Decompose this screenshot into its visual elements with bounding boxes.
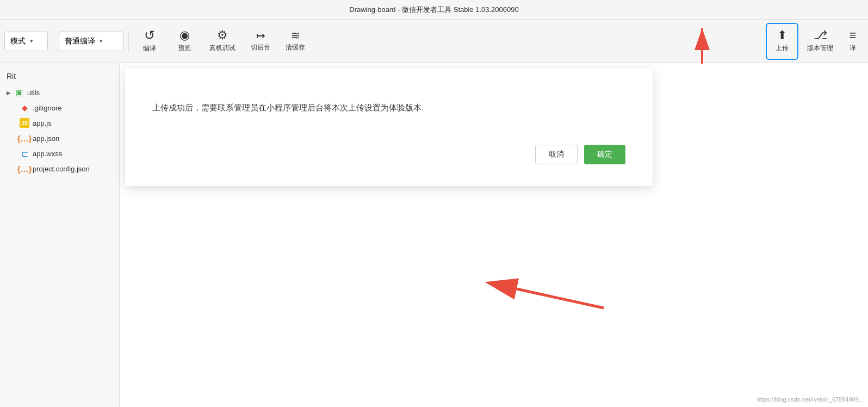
- upload-button[interactable]: ⬆ 上传: [766, 23, 798, 60]
- toolbar-divider-1: [128, 30, 129, 52]
- toolbar: 模式 ▾ 普通编译 ▾ ↺ 编译 ◉ 预览 ⚙ 真机调试 ↦ 切后台 ≋ 清缓存…: [0, 20, 868, 63]
- compile-button[interactable]: ↺ 编译: [133, 23, 166, 60]
- version-label: 版本管理: [807, 44, 833, 53]
- sidebar-top-label: Rit: [0, 67, 119, 85]
- backend-label: 切后台: [251, 43, 270, 52]
- upload-modal: 上传成功后，需要联系管理员在小程序管理后台将本次上传设置为体验版本. 取消 确定: [125, 69, 653, 186]
- detail-button[interactable]: ≡ 详: [842, 23, 864, 60]
- expand-arrow: ▶: [7, 90, 11, 96]
- arrow-to-confirm: [228, 259, 609, 326]
- version-button[interactable]: ⎇ 版本管理: [801, 23, 840, 60]
- appjson-label: app.json: [33, 134, 59, 143]
- clear-cache-button[interactable]: ≋ 清缓存: [279, 23, 312, 60]
- confirm-button[interactable]: 确定: [584, 145, 625, 164]
- detail-icon: ≡: [850, 29, 857, 41]
- sidebar-item-appjs[interactable]: JS app.js: [0, 115, 119, 131]
- appwxss-label: app.wxss: [33, 150, 62, 158]
- preview-label-text: 预览: [178, 44, 191, 53]
- clear-cache-label: 清缓存: [286, 43, 305, 52]
- compile-arrow: ▾: [100, 38, 103, 45]
- real-debug-label: 真机调试: [209, 44, 235, 53]
- sidebar-item-appwxss[interactable]: ⊏ app.wxss: [0, 146, 119, 161]
- upload-label: 上传: [776, 44, 789, 53]
- backend-button[interactable]: ↦ 切后台: [244, 23, 277, 60]
- content-area: 上传成功后，需要联系管理员在小程序管理后台将本次上传设置为体验版本. 取消 确定…: [120, 63, 868, 407]
- svg-line-3: [517, 289, 604, 308]
- watermark: https://blog.csdn.net/weixin_67894989...: [757, 396, 864, 403]
- detail-label: 详: [850, 44, 856, 53]
- version-icon: ⎇: [814, 29, 827, 41]
- title-text: Drawing-board - 微信开发者工具 Stable 1.03.2006…: [349, 5, 518, 15]
- appjs-label: app.js: [33, 119, 52, 127]
- sidebar-item-appjson[interactable]: {…} app.json: [0, 131, 119, 146]
- json-icon: {…}: [20, 133, 29, 143]
- clear-cache-icon: ≋: [291, 30, 300, 41]
- compile-selector[interactable]: 普通编译 ▾: [59, 32, 124, 51]
- real-debug-button[interactable]: ⚙ 真机调试: [203, 23, 242, 60]
- gitignore-label: .gitignore: [33, 104, 61, 112]
- mode-selector[interactable]: 模式 ▾: [4, 32, 48, 51]
- modal-body: 上传成功后，需要联系管理员在小程序管理后台将本次上传设置为体验版本.: [125, 69, 653, 136]
- modal-message: 上传成功后，需要联系管理员在小程序管理后台将本次上传设置为体验版本.: [152, 101, 625, 114]
- upload-icon: ⬆: [777, 29, 787, 41]
- sidebar-item-utils[interactable]: ▶ ▣ utils: [0, 85, 119, 100]
- compile-label: 普通编译: [65, 36, 95, 46]
- main-area: Rit ▶ ▣ utils ◆ .gitignore JS app.js {…}…: [0, 63, 868, 407]
- cancel-button[interactable]: 取消: [535, 145, 578, 164]
- js-icon: JS: [20, 118, 29, 128]
- sidebar: Rit ▶ ▣ utils ◆ .gitignore JS app.js {…}…: [0, 63, 120, 407]
- folder-icon: ▣: [14, 88, 24, 97]
- utils-label: utils: [27, 89, 40, 97]
- real-debug-icon: ⚙: [217, 29, 228, 41]
- preview-icon: ◉: [179, 29, 190, 41]
- projectconfig-label: project.config.json: [33, 165, 90, 173]
- projectjson-icon: {…}: [20, 164, 29, 174]
- sidebar-item-gitignore[interactable]: ◆ .gitignore: [0, 100, 119, 115]
- gitignore-icon: ◆: [20, 103, 29, 113]
- mode-label: 模式: [10, 36, 26, 46]
- preview-button[interactable]: ◉ 预览: [168, 23, 201, 60]
- backend-icon: ↦: [256, 30, 265, 41]
- wxss-icon: ⊏: [20, 149, 29, 158]
- modal-footer: 取消 确定: [125, 136, 653, 186]
- sidebar-item-projectconfig[interactable]: {…} project.config.json: [0, 161, 119, 176]
- mode-arrow: ▾: [30, 38, 33, 45]
- compile-icon: ↺: [144, 29, 155, 42]
- compile-label-text: 编译: [143, 44, 156, 53]
- title-bar: Drawing-board - 微信开发者工具 Stable 1.03.2006…: [0, 0, 868, 20]
